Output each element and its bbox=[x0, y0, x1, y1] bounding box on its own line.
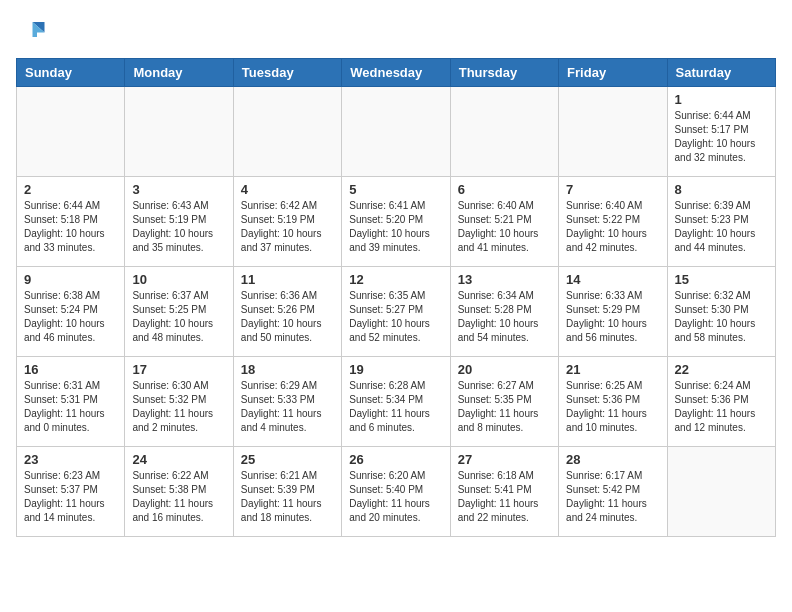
calendar-week-1: 2Sunrise: 6:44 AM Sunset: 5:18 PM Daylig… bbox=[17, 177, 776, 267]
day-number: 16 bbox=[24, 362, 117, 377]
calendar-week-3: 16Sunrise: 6:31 AM Sunset: 5:31 PM Dayli… bbox=[17, 357, 776, 447]
calendar-cell: 15Sunrise: 6:32 AM Sunset: 5:30 PM Dayli… bbox=[667, 267, 775, 357]
day-info: Sunrise: 6:43 AM Sunset: 5:19 PM Dayligh… bbox=[132, 199, 225, 255]
calendar-week-2: 9Sunrise: 6:38 AM Sunset: 5:24 PM Daylig… bbox=[17, 267, 776, 357]
calendar-cell: 21Sunrise: 6:25 AM Sunset: 5:36 PM Dayli… bbox=[559, 357, 667, 447]
calendar-cell: 27Sunrise: 6:18 AM Sunset: 5:41 PM Dayli… bbox=[450, 447, 558, 537]
weekday-header-saturday: Saturday bbox=[667, 59, 775, 87]
day-number: 23 bbox=[24, 452, 117, 467]
day-info: Sunrise: 6:35 AM Sunset: 5:27 PM Dayligh… bbox=[349, 289, 442, 345]
calendar-cell: 23Sunrise: 6:23 AM Sunset: 5:37 PM Dayli… bbox=[17, 447, 125, 537]
day-number: 7 bbox=[566, 182, 659, 197]
calendar-cell: 6Sunrise: 6:40 AM Sunset: 5:21 PM Daylig… bbox=[450, 177, 558, 267]
calendar-cell: 5Sunrise: 6:41 AM Sunset: 5:20 PM Daylig… bbox=[342, 177, 450, 267]
calendar-cell: 14Sunrise: 6:33 AM Sunset: 5:29 PM Dayli… bbox=[559, 267, 667, 357]
calendar-cell: 4Sunrise: 6:42 AM Sunset: 5:19 PM Daylig… bbox=[233, 177, 341, 267]
day-info: Sunrise: 6:33 AM Sunset: 5:29 PM Dayligh… bbox=[566, 289, 659, 345]
weekday-header-friday: Friday bbox=[559, 59, 667, 87]
calendar-cell: 16Sunrise: 6:31 AM Sunset: 5:31 PM Dayli… bbox=[17, 357, 125, 447]
calendar-cell: 7Sunrise: 6:40 AM Sunset: 5:22 PM Daylig… bbox=[559, 177, 667, 267]
day-number: 4 bbox=[241, 182, 334, 197]
calendar-cell bbox=[125, 87, 233, 177]
day-info: Sunrise: 6:38 AM Sunset: 5:24 PM Dayligh… bbox=[24, 289, 117, 345]
day-info: Sunrise: 6:18 AM Sunset: 5:41 PM Dayligh… bbox=[458, 469, 551, 525]
day-info: Sunrise: 6:36 AM Sunset: 5:26 PM Dayligh… bbox=[241, 289, 334, 345]
calendar-cell: 17Sunrise: 6:30 AM Sunset: 5:32 PM Dayli… bbox=[125, 357, 233, 447]
calendar-cell: 11Sunrise: 6:36 AM Sunset: 5:26 PM Dayli… bbox=[233, 267, 341, 357]
calendar-cell: 3Sunrise: 6:43 AM Sunset: 5:19 PM Daylig… bbox=[125, 177, 233, 267]
calendar-cell bbox=[17, 87, 125, 177]
calendar-cell: 20Sunrise: 6:27 AM Sunset: 5:35 PM Dayli… bbox=[450, 357, 558, 447]
calendar-cell bbox=[450, 87, 558, 177]
day-number: 21 bbox=[566, 362, 659, 377]
logo-icon bbox=[16, 16, 46, 46]
day-info: Sunrise: 6:17 AM Sunset: 5:42 PM Dayligh… bbox=[566, 469, 659, 525]
day-info: Sunrise: 6:34 AM Sunset: 5:28 PM Dayligh… bbox=[458, 289, 551, 345]
day-number: 3 bbox=[132, 182, 225, 197]
weekday-header-wednesday: Wednesday bbox=[342, 59, 450, 87]
day-number: 25 bbox=[241, 452, 334, 467]
day-number: 6 bbox=[458, 182, 551, 197]
day-info: Sunrise: 6:37 AM Sunset: 5:25 PM Dayligh… bbox=[132, 289, 225, 345]
weekday-header-sunday: Sunday bbox=[17, 59, 125, 87]
calendar-cell: 10Sunrise: 6:37 AM Sunset: 5:25 PM Dayli… bbox=[125, 267, 233, 357]
calendar-cell: 25Sunrise: 6:21 AM Sunset: 5:39 PM Dayli… bbox=[233, 447, 341, 537]
day-info: Sunrise: 6:21 AM Sunset: 5:39 PM Dayligh… bbox=[241, 469, 334, 525]
day-number: 2 bbox=[24, 182, 117, 197]
page-header bbox=[16, 16, 776, 46]
day-number: 12 bbox=[349, 272, 442, 287]
day-number: 8 bbox=[675, 182, 768, 197]
day-number: 9 bbox=[24, 272, 117, 287]
calendar-week-0: 1Sunrise: 6:44 AM Sunset: 5:17 PM Daylig… bbox=[17, 87, 776, 177]
day-number: 28 bbox=[566, 452, 659, 467]
day-info: Sunrise: 6:41 AM Sunset: 5:20 PM Dayligh… bbox=[349, 199, 442, 255]
day-number: 27 bbox=[458, 452, 551, 467]
day-info: Sunrise: 6:24 AM Sunset: 5:36 PM Dayligh… bbox=[675, 379, 768, 435]
calendar-cell: 18Sunrise: 6:29 AM Sunset: 5:33 PM Dayli… bbox=[233, 357, 341, 447]
calendar-cell: 2Sunrise: 6:44 AM Sunset: 5:18 PM Daylig… bbox=[17, 177, 125, 267]
calendar-cell bbox=[559, 87, 667, 177]
calendar-cell: 8Sunrise: 6:39 AM Sunset: 5:23 PM Daylig… bbox=[667, 177, 775, 267]
day-info: Sunrise: 6:20 AM Sunset: 5:40 PM Dayligh… bbox=[349, 469, 442, 525]
day-info: Sunrise: 6:40 AM Sunset: 5:21 PM Dayligh… bbox=[458, 199, 551, 255]
day-number: 5 bbox=[349, 182, 442, 197]
day-number: 17 bbox=[132, 362, 225, 377]
day-info: Sunrise: 6:22 AM Sunset: 5:38 PM Dayligh… bbox=[132, 469, 225, 525]
day-number: 22 bbox=[675, 362, 768, 377]
calendar-cell: 12Sunrise: 6:35 AM Sunset: 5:27 PM Dayli… bbox=[342, 267, 450, 357]
weekday-header-monday: Monday bbox=[125, 59, 233, 87]
day-info: Sunrise: 6:25 AM Sunset: 5:36 PM Dayligh… bbox=[566, 379, 659, 435]
day-number: 26 bbox=[349, 452, 442, 467]
calendar-cell: 24Sunrise: 6:22 AM Sunset: 5:38 PM Dayli… bbox=[125, 447, 233, 537]
calendar-table: SundayMondayTuesdayWednesdayThursdayFrid… bbox=[16, 58, 776, 537]
day-info: Sunrise: 6:30 AM Sunset: 5:32 PM Dayligh… bbox=[132, 379, 225, 435]
calendar-cell bbox=[342, 87, 450, 177]
calendar-cell: 9Sunrise: 6:38 AM Sunset: 5:24 PM Daylig… bbox=[17, 267, 125, 357]
day-number: 13 bbox=[458, 272, 551, 287]
calendar-cell: 28Sunrise: 6:17 AM Sunset: 5:42 PM Dayli… bbox=[559, 447, 667, 537]
day-info: Sunrise: 6:44 AM Sunset: 5:18 PM Dayligh… bbox=[24, 199, 117, 255]
day-info: Sunrise: 6:27 AM Sunset: 5:35 PM Dayligh… bbox=[458, 379, 551, 435]
day-info: Sunrise: 6:23 AM Sunset: 5:37 PM Dayligh… bbox=[24, 469, 117, 525]
calendar-cell: 1Sunrise: 6:44 AM Sunset: 5:17 PM Daylig… bbox=[667, 87, 775, 177]
day-info: Sunrise: 6:31 AM Sunset: 5:31 PM Dayligh… bbox=[24, 379, 117, 435]
calendar-week-4: 23Sunrise: 6:23 AM Sunset: 5:37 PM Dayli… bbox=[17, 447, 776, 537]
day-number: 19 bbox=[349, 362, 442, 377]
calendar-cell: 19Sunrise: 6:28 AM Sunset: 5:34 PM Dayli… bbox=[342, 357, 450, 447]
day-info: Sunrise: 6:42 AM Sunset: 5:19 PM Dayligh… bbox=[241, 199, 334, 255]
day-info: Sunrise: 6:40 AM Sunset: 5:22 PM Dayligh… bbox=[566, 199, 659, 255]
calendar-cell bbox=[667, 447, 775, 537]
day-number: 1 bbox=[675, 92, 768, 107]
day-number: 14 bbox=[566, 272, 659, 287]
calendar-cell: 22Sunrise: 6:24 AM Sunset: 5:36 PM Dayli… bbox=[667, 357, 775, 447]
day-info: Sunrise: 6:39 AM Sunset: 5:23 PM Dayligh… bbox=[675, 199, 768, 255]
day-number: 20 bbox=[458, 362, 551, 377]
day-info: Sunrise: 6:32 AM Sunset: 5:30 PM Dayligh… bbox=[675, 289, 768, 345]
calendar-cell: 13Sunrise: 6:34 AM Sunset: 5:28 PM Dayli… bbox=[450, 267, 558, 357]
day-number: 18 bbox=[241, 362, 334, 377]
weekday-header-thursday: Thursday bbox=[450, 59, 558, 87]
weekday-header-tuesday: Tuesday bbox=[233, 59, 341, 87]
day-number: 11 bbox=[241, 272, 334, 287]
day-number: 10 bbox=[132, 272, 225, 287]
day-info: Sunrise: 6:28 AM Sunset: 5:34 PM Dayligh… bbox=[349, 379, 442, 435]
